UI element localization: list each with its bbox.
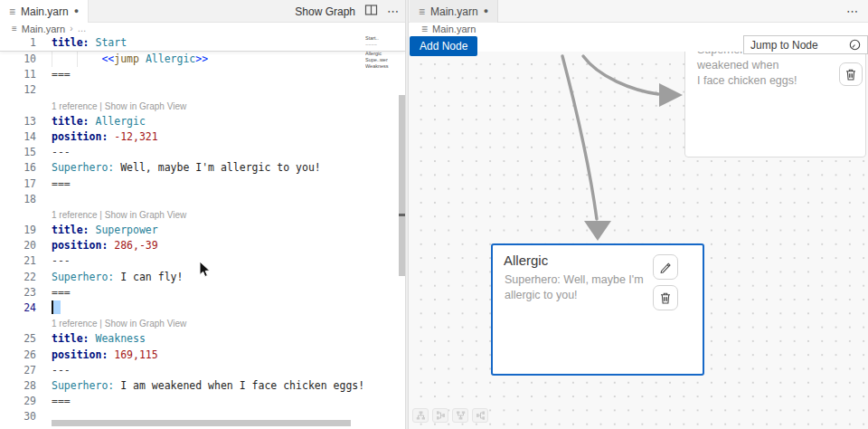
dirty-indicator-icon: ● [484,7,488,15]
graph-layout-button-4[interactable] [472,408,488,423]
code-token: >> [195,52,208,65]
vertical-scrollbar[interactable] [399,95,405,276]
code-text: === [36,285,405,300]
code-line[interactable]: 19title: Superpower [0,223,405,238]
code-token: << [101,52,114,65]
more-actions-icon[interactable]: ⋯ [387,5,400,18]
node-body-line: allergic to you! [505,288,648,303]
tab-label: Main.yarn [430,5,478,18]
code-line[interactable]: 17=== [0,176,405,192]
clock-icon [849,39,861,51]
code-line[interactable]: 13title: Allergic [0,114,405,129]
yarn-file-icon: ≡ [419,6,425,17]
code-text: title: Allergic [36,114,405,129]
codelens-reference-link[interactable]: 1 reference | Show in Graph View [0,99,405,114]
breadcrumb[interactable]: ≡ Main.yarn [409,23,868,34]
code-token: Allergic [95,115,145,128]
split-editor-icon[interactable] [364,4,378,20]
code-line[interactable]: 29=== [0,394,405,409]
pencil-icon [659,261,672,273]
graph-layout-button-3[interactable] [452,408,468,423]
sticky-scroll-line[interactable]: 1 title: Start [0,34,405,52]
code-token: -12,321 [114,130,157,143]
delete-node-button[interactable] [653,285,678,310]
left-tab-bar: ≡ Main.yarn ● Show Graph ⋯ [0,0,405,23]
code-token: I can fly! [114,271,183,283]
indent-guide [77,52,78,67]
codelens-reference-link[interactable]: 1 reference | Show in Graph View [0,207,405,223]
tab-main-yarn-graph[interactable]: ≡ Main.yarn ● [410,0,498,23]
line-number: 1 [0,36,36,49]
graph-layout-button-1[interactable] [412,408,429,423]
graph-node-allergic[interactable]: Allergic Superhero: Well, maybe I'm alle… [491,243,704,376]
breadcrumb-file[interactable]: Main.yarn [22,24,65,34]
minimap[interactable]: Start..~~~~AllergicSupe..werWeakness [364,34,399,107]
code-token: position: [52,348,108,361]
tab-main-yarn[interactable]: ≡ Main.yarn ● [0,0,89,23]
code-line[interactable]: 21--- [0,253,405,269]
add-node-button[interactable]: Add Node [410,36,477,56]
code-text: === [36,394,405,409]
code-token: title: [52,115,90,128]
code-line[interactable]: 20position: 286,-39 [0,238,405,253]
code-line[interactable]: 18 [0,192,405,207]
graph-layout-button-2[interactable] [432,408,448,423]
code-token: Superpower [95,224,157,236]
yarn-file-icon: ≡ [421,24,428,34]
codelens-reference-link[interactable]: 1 reference | Show in Graph View [0,316,405,331]
code-token: Superhero: [52,379,114,392]
horizontal-scrollbar[interactable] [52,420,351,426]
code-token: position: [52,239,108,252]
line-number: 11 [0,67,36,82]
code-line[interactable]: 15--- [0,145,405,160]
breadcrumb[interactable]: ≡ Main.yarn › … [0,23,405,34]
line-number: 12 [0,82,36,98]
jump-to-node-label: Jump to Node [750,39,818,52]
trash-icon [659,291,672,305]
code-text: position: 286,-39 [36,238,405,253]
code-token: Start [95,36,127,49]
code-text: === [36,67,405,82]
edit-node-button[interactable] [653,254,678,280]
show-graph-button[interactable]: Show Graph [295,5,355,18]
code-line[interactable]: 24 [0,300,405,316]
code-text: --- [36,253,405,269]
code-text: position: 169,115 [36,348,405,363]
code-line[interactable]: 12 [0,82,405,98]
jump-to-node-select[interactable]: Jump to Node [743,35,868,54]
line-number: 20 [0,238,36,253]
line-number: 17 [0,176,36,192]
code-token [139,52,146,65]
code-line[interactable]: 16Superhero: Well, maybe I'm allergic to… [0,160,405,176]
delete-node-button[interactable] [839,62,863,86]
code-line[interactable]: 14position: -12,321 [0,129,405,145]
code-line[interactable]: 23=== [0,285,405,300]
code-text: <<jump Allergic>> [36,52,405,67]
breadcrumb-more[interactable]: … [77,24,86,33]
code-editor[interactable]: 1 title: Start 10 <<jump Allergic>>11===… [0,34,405,429]
breadcrumb-file[interactable]: Main.yarn [432,24,476,34]
code-token: Weakness [95,332,145,345]
code-line[interactable]: 28Superhero: I am weakened when I face c… [0,378,405,394]
code-text [36,300,405,316]
node-title: Allergic [504,253,548,268]
code-lines: 10 <<jump Allergic>>11===121 reference |… [0,52,405,425]
code-line[interactable]: 25title: Weakness [0,331,405,347]
code-token: jump [114,52,139,65]
minimap-text: Start.. [365,35,379,41]
code-line[interactable]: 27--- [0,363,405,378]
code-token: --- [52,254,71,267]
more-actions-icon[interactable]: ⋯ [846,5,859,18]
graph-pane: Superhero: I am weakened when I face chi… [409,0,868,429]
editor-pane: ≡ Main.yarn ● Show Graph ⋯ ≡ Main.yarn ›… [0,0,405,429]
code-line[interactable]: 11=== [0,67,405,82]
code-text: title: Start [36,36,405,49]
line-number: 14 [0,129,36,145]
line-number: 25 [0,331,36,347]
code-line[interactable]: 10 <<jump Allergic>> [0,52,405,67]
code-line[interactable]: 22Superhero: I can fly! [0,270,405,285]
code-line[interactable]: 26position: 169,115 [0,348,405,363]
code-text: Superhero: Well, maybe I'm allergic to y… [36,160,405,176]
node-body-line: I face chicken eggs! [697,73,831,89]
code-token: title: [52,332,90,345]
